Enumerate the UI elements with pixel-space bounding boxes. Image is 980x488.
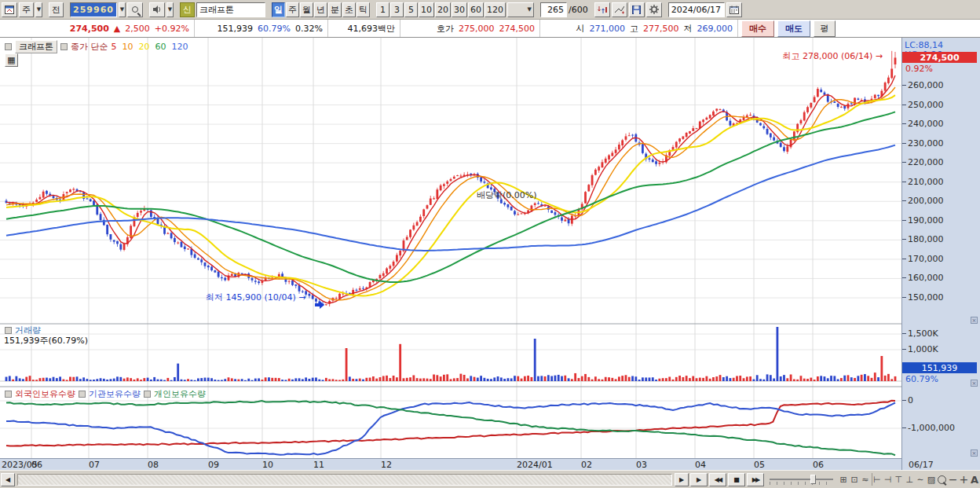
cascade-windows-icon[interactable]: ⊡ [850, 473, 859, 486]
interval-button-120[interactable]: 120 [485, 2, 506, 17]
period-tab-일[interactable]: 일 [272, 2, 285, 17]
trendline-tool-button[interactable] [612, 2, 627, 17]
tool-wave-icon[interactable]: ∼ [916, 473, 925, 486]
tool-top-icon[interactable]: ⊤ [894, 473, 903, 486]
pane-handle-icon[interactable]: × [971, 449, 978, 457]
compare-chart-button[interactable] [594, 2, 610, 17]
ma-legend-10: 10 [122, 42, 133, 52]
interval-button-60[interactable]: 60 [468, 2, 484, 17]
period-tab-틱[interactable]: 틱 [357, 2, 370, 17]
scroll-left-button[interactable]: ◀ [1, 473, 15, 486]
tool-bottom-icon[interactable]: ⊥ [905, 473, 914, 486]
magnifier-icon[interactable] [938, 473, 947, 486]
pane-handle-icon[interactable]: × [971, 317, 978, 324]
period-tab-group: 일주월년분초틱 [272, 2, 370, 17]
interval-button-20[interactable]: 20 [435, 2, 451, 17]
price-axis-label: 190,000 [902, 215, 944, 226]
play-button[interactable]: ▶ [690, 473, 708, 486]
change-percent: +0.92% [155, 24, 189, 34]
zoom-in-button[interactable]: + [959, 473, 968, 486]
period-tab-초[interactable]: 초 [342, 2, 356, 17]
new-window-icon[interactable]: ⊞ [839, 473, 848, 486]
sell-button[interactable]: 매도 [777, 20, 810, 37]
save-icon-button[interactable] [629, 2, 645, 17]
chart-type-combo-arrow[interactable]: ▼ [35, 2, 42, 17]
interval-button-1[interactable]: 1 [376, 2, 389, 17]
interval-button-30[interactable]: 30 [452, 2, 467, 17]
interval-button-3[interactable]: 3 [390, 2, 404, 17]
period-tab-월[interactable]: 월 [300, 2, 313, 17]
current-price-badge: 274,500 [902, 52, 977, 63]
price-axis-strip[interactable]: LC:88,14 HC: 1.26 260,000250,000240,0002… [901, 38, 980, 470]
price-axis-label: 260,000 [902, 80, 944, 90]
legend-toggle-icon[interactable] [79, 391, 86, 398]
date-label-07: 07 [89, 460, 100, 470]
high-annotation: 최고 278,000 (06/14) → [748, 50, 883, 62]
ma-legend-60: 60 [155, 42, 166, 52]
period-tab-주[interactable]: 주 [286, 2, 299, 17]
buy-button[interactable]: 매수 [741, 20, 774, 37]
legend-symbol-chip[interactable]: 크래프톤 [15, 40, 57, 53]
new-stock-badge: 신 [180, 2, 195, 17]
scroll-right-button[interactable]: ▶ [675, 473, 689, 486]
rewind-button[interactable]: ◀◀ [709, 473, 726, 486]
chart-scrollbar[interactable] [17, 474, 672, 486]
bar-count-input[interactable]: 265 [540, 2, 567, 17]
legend-toggle-icon[interactable] [5, 391, 12, 398]
chart-image-icon[interactable]: ▨ [927, 473, 936, 486]
average-button[interactable]: 평 [814, 20, 836, 37]
current-pct-label: 0.92% [905, 64, 933, 74]
volume-ratio: 60.79% [258, 24, 291, 34]
period-tab-년[interactable]: 년 [314, 2, 327, 17]
legend-toggle-icon[interactable] [5, 327, 12, 334]
chart-type-combo[interactable]: 주 [19, 2, 34, 17]
zoom-slider-track [770, 479, 833, 480]
trend-mode-icon[interactable]: ≈ [861, 473, 870, 486]
period-tab-분[interactable]: 분 [328, 2, 342, 17]
current-price: 274,500 [70, 24, 109, 34]
legend-toggle-icon[interactable] [144, 391, 151, 398]
zoom-out-button[interactable]: − [949, 473, 958, 486]
settings-gear-button[interactable] [646, 2, 662, 17]
stock-code-input[interactable]: 259960 [70, 2, 117, 17]
turnover-rate: 0.32% [295, 24, 323, 34]
chart-window-icon[interactable] [2, 2, 17, 17]
legend-toggle-icon[interactable] [5, 43, 12, 50]
forward-button[interactable]: ▶▶ [747, 473, 764, 486]
tool-left-icon[interactable]: ⊢ [872, 473, 882, 486]
change-direction-icon: ▲ [114, 24, 120, 34]
zoom-slider[interactable] [770, 473, 833, 486]
ohl-cell: 시 271,000 고 277,500 저 269,000 [540, 20, 738, 37]
holdings-legend-기관보유수량: 기관보유수량 [89, 388, 141, 400]
volume-axis-label: 1,000K [902, 344, 938, 354]
bottom-toolbar: ◀ ▶ ▶ ◀◀ ■ ▶▶ ⊞ ⊡ ≈ ⊢ ⊣ ⊤ ⊥ ∼ ▨ − + A [0, 470, 980, 488]
sound-dropdown-arrow[interactable]: ▼ [166, 2, 174, 17]
stop-button[interactable]: ■ [728, 473, 745, 486]
pane-handle-icon[interactable]: × [971, 380, 978, 387]
low-label: 저 [684, 23, 693, 35]
zoom-slider-thumb[interactable] [810, 475, 816, 484]
low-price: 269,000 [697, 24, 733, 34]
date-label-12: 12 [381, 460, 392, 470]
interval-combo[interactable]: ▼ [507, 2, 534, 17]
date-label-09: 09 [208, 460, 219, 470]
font-tool-button[interactable]: A [970, 473, 979, 486]
price-axis-label: 240,000 [902, 119, 944, 129]
stock-code-dropdown-arrow[interactable]: ▼ [119, 2, 126, 17]
stock-name-field[interactable]: 크래프톤 [196, 2, 265, 17]
ma-legend-20: 20 [139, 42, 150, 52]
calendar-button[interactable] [726, 2, 742, 17]
interval-button-5[interactable]: 5 [404, 2, 418, 17]
zoom-slider-ticks [770, 482, 833, 485]
high-label: 고 [630, 23, 638, 35]
legend-toggle-icon[interactable] [60, 43, 68, 50]
tool-right-icon[interactable]: ⊣ [883, 473, 893, 486]
interval-button-10[interactable]: 10 [419, 2, 434, 17]
sound-button[interactable] [149, 2, 165, 17]
date-input[interactable]: 2024/06/17 [668, 2, 725, 17]
stock-search-button[interactable] [127, 2, 143, 17]
prev-stock-button[interactable]: 전 [49, 2, 64, 17]
date-axis[interactable]: 2023/05060708091011122024/010203040506 [0, 458, 901, 470]
grid-toggle-button[interactable]: ▦ [5, 53, 18, 67]
date-label-02: 02 [581, 460, 592, 470]
